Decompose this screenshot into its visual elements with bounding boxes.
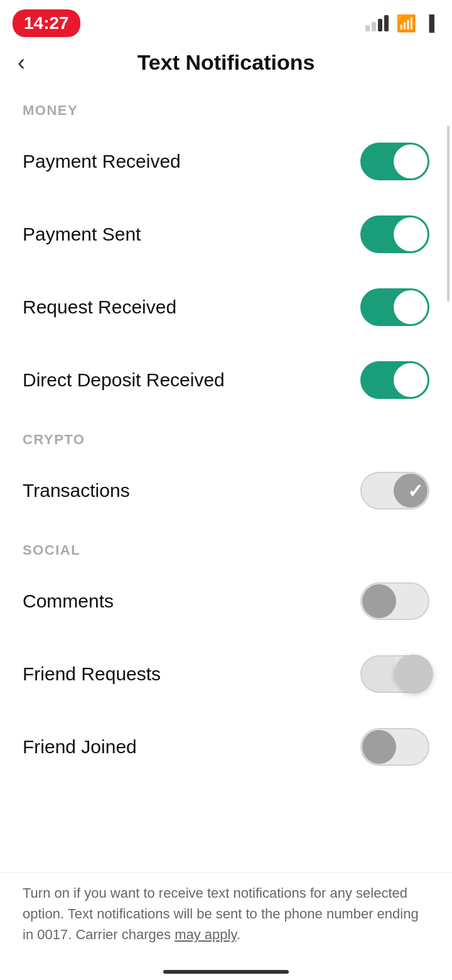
toggle-payment-received[interactable]: ✓ bbox=[360, 143, 429, 180]
toggle-knob bbox=[362, 730, 396, 764]
list-item: Direct Deposit Received ✓ bbox=[0, 344, 452, 416]
setting-label-friend-joined: Friend Joined bbox=[23, 736, 137, 758]
list-item: Payment Sent ✓ bbox=[0, 198, 452, 271]
check-icon: ✓ bbox=[407, 369, 423, 391]
status-time: 14:27 bbox=[13, 9, 80, 37]
setting-label-friend-requests: Friend Requests bbox=[23, 663, 161, 685]
list-item: Friend Requests bbox=[0, 638, 452, 710]
list-item: Payment Received ✓ bbox=[0, 125, 452, 198]
section-label-money: MONEY bbox=[0, 87, 452, 125]
scroll-indicator bbox=[447, 126, 449, 302]
status-bar: 14:27 📶 ▐ bbox=[0, 0, 452, 44]
check-icon: ✓ bbox=[407, 297, 423, 318]
signal-bar-2 bbox=[372, 22, 376, 31]
page-title: Text Notifications bbox=[137, 50, 315, 75]
section-money: MONEY Payment Received ✓ Payment Sent ✓ … bbox=[0, 87, 452, 416]
setting-label-request-received: Request Received bbox=[23, 297, 176, 318]
footer-note: Turn on if you want to receive text noti… bbox=[0, 872, 452, 955]
toggle-payment-sent[interactable]: ✓ bbox=[360, 215, 429, 253]
toggle-knob bbox=[362, 584, 396, 618]
section-social: SOCIAL Comments Friend Requests Friend J… bbox=[0, 527, 452, 783]
toggle-friend-joined[interactable] bbox=[360, 728, 429, 766]
list-item: Transactions ✓ bbox=[0, 454, 452, 527]
footer-text: Turn on if you want to receive text noti… bbox=[23, 885, 419, 942]
list-item: Request Received ✓ bbox=[0, 271, 452, 344]
check-icon: ✓ bbox=[407, 224, 423, 246]
setting-label-transactions: Transactions bbox=[23, 480, 130, 501]
section-crypto: CRYPTO Transactions ✓ bbox=[0, 416, 452, 527]
toggle-transactions[interactable]: ✓ bbox=[360, 472, 429, 509]
back-button[interactable]: ‹ bbox=[18, 52, 25, 74]
wifi-icon: 📶 bbox=[396, 14, 416, 33]
check-icon: ✓ bbox=[407, 151, 423, 173]
toggle-friend-requests[interactable] bbox=[360, 655, 429, 693]
section-label-social: SOCIAL bbox=[0, 527, 452, 565]
toggle-direct-deposit[interactable]: ✓ bbox=[360, 361, 429, 399]
home-indicator bbox=[163, 970, 289, 974]
setting-label-payment-sent: Payment Sent bbox=[23, 224, 141, 245]
setting-label-comments: Comments bbox=[23, 591, 114, 612]
setting-label-direct-deposit: Direct Deposit Received bbox=[23, 369, 225, 391]
section-label-crypto: CRYPTO bbox=[0, 416, 452, 454]
list-item: Friend Joined bbox=[0, 710, 452, 783]
signal-bar-1 bbox=[365, 25, 370, 31]
signal-icon bbox=[365, 15, 389, 31]
toggle-comments[interactable] bbox=[360, 582, 429, 620]
battery-icon: ▐ bbox=[424, 14, 434, 32]
header: ‹ Text Notifications bbox=[0, 44, 452, 87]
toggle-knob bbox=[394, 655, 433, 694]
check-icon: ✓ bbox=[407, 480, 423, 502]
status-icons: 📶 ▐ bbox=[365, 14, 434, 33]
signal-bar-4 bbox=[384, 15, 389, 31]
list-item: Comments bbox=[0, 565, 452, 638]
toggle-request-received[interactable]: ✓ bbox=[360, 288, 429, 326]
signal-bar-3 bbox=[378, 19, 382, 31]
setting-label-payment-received: Payment Received bbox=[23, 151, 181, 172]
